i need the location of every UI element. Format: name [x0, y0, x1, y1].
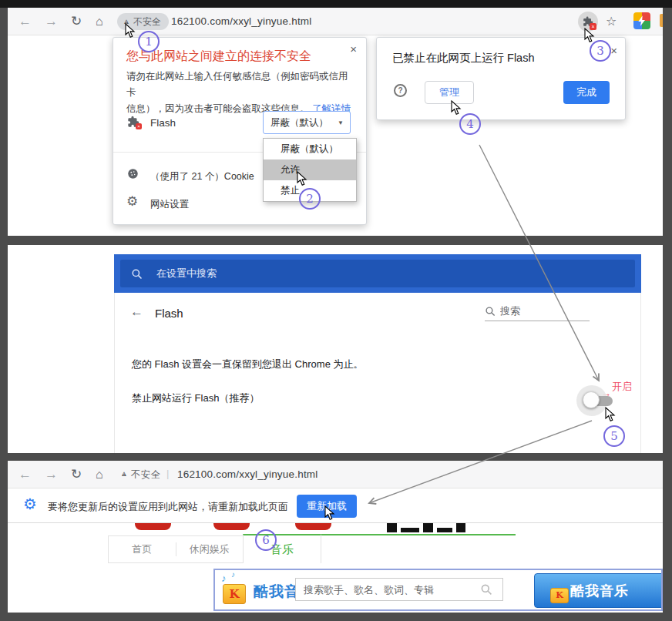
- browser-toolbar: ← → ↻ ⌂ ▲! 不安全 162100.com/xxyl_yinyue.ht…: [8, 8, 663, 35]
- close-icon[interactable]: ×: [610, 44, 617, 57]
- home-icon[interactable]: ⌂: [96, 466, 103, 483]
- search-icon[interactable]: [480, 583, 492, 596]
- settings-search-field[interactable]: 在设置中搜索: [120, 260, 635, 287]
- cookie-icon: [127, 168, 139, 180]
- gear-icon: ⚙: [23, 495, 37, 513]
- flash-blocked-popup: × 已禁止在此网页上运行 Flash ? 管理 完成: [376, 37, 626, 120]
- kuwo-logo-icon: ♪ K: [550, 582, 572, 605]
- kuwo-logo-icon: ♪ ♪ K: [223, 572, 249, 606]
- manage-button[interactable]: 管理: [425, 81, 474, 104]
- security-badge-label: 不安全: [133, 15, 161, 29]
- annotation-step-3: 3: [590, 40, 611, 62]
- music-note-icon: ♪: [231, 570, 235, 579]
- search-icon: [485, 306, 496, 317]
- security-badge-label: 不安全: [131, 468, 160, 482]
- select-value: 屏蔽（默认）: [270, 116, 328, 129]
- body-line1: 请勿在此网站上输入任何敏感信息（例如密码或信用卡: [126, 71, 348, 98]
- music-webpage: 首页 休闲娱乐 音乐 ♪ ♪ K 酷我音乐 ♪ K: [8, 523, 663, 613]
- extension-icon-partial[interactable]: [660, 14, 663, 27]
- annotation-step-2: 2: [299, 188, 321, 210]
- panel-flash-settings: 在设置中搜索 ← Flash 您的 Flash 设置会一直保留到您退出 Chro…: [8, 245, 663, 453]
- address-bar-url[interactable]: 162100.com/xxyl_yinyue.html: [177, 468, 318, 480]
- site-info-popup: × 您与此网站之间建立的连接不安全 请勿在此网站上输入任何敏感信息（例如密码或信…: [113, 37, 367, 225]
- bookmark-star-icon[interactable]: ☆: [606, 14, 617, 29]
- mouse-cursor: [451, 100, 462, 116]
- chevron-down-icon: ▼: [338, 119, 344, 126]
- site-settings-label[interactable]: 网站设置: [150, 198, 189, 211]
- settings-page-title: Flash: [155, 307, 183, 320]
- back-icon[interactable]: ←: [18, 13, 32, 30]
- tab-home[interactable]: 首页: [109, 542, 176, 556]
- infobar-message: 要将您更新后的设置应用到此网站，请重新加载此页面: [48, 500, 288, 514]
- mouse-cursor: [584, 28, 595, 43]
- reload-icon[interactable]: ↻: [71, 466, 82, 483]
- dropdown-option-allow[interactable]: 允许: [264, 159, 356, 180]
- back-icon[interactable]: ←: [18, 466, 32, 483]
- settings-search-bar: 在设置中搜索: [114, 254, 641, 293]
- done-button[interactable]: 完成: [563, 81, 610, 104]
- kuwo-music-button[interactable]: ♪ K 酷我音乐: [534, 573, 663, 608]
- red-button-partial: [295, 523, 331, 530]
- gear-icon: ⚙: [126, 193, 138, 210]
- red-button-partial: [135, 523, 171, 530]
- browser-toolbar: ← → ↻ ⌂ ▲! 不安全 | 162100.com/xxyl_yinyue.…: [8, 461, 663, 488]
- annotation-step-5: 5: [603, 425, 625, 447]
- cookie-row-label[interactable]: （使用了 21 个）Cookie: [150, 170, 254, 183]
- webpage-tab-bar: 首页 休闲娱乐: [108, 535, 244, 563]
- kuwo-music-panel: ♪ ♪ K 酷我音乐 ♪ K 酷我音乐: [213, 569, 663, 611]
- flash-helper-extension-icon[interactable]: [633, 12, 650, 29]
- flash-blocked-message: 已禁止在此网页上运行 Flash: [392, 51, 535, 65]
- close-icon[interactable]: ×: [350, 42, 357, 55]
- annotation-step-1: 1: [138, 31, 160, 52]
- settings-search-placeholder: 在设置中搜索: [156, 267, 217, 280]
- turn-on-hint: 开启: [612, 380, 632, 394]
- forward-icon[interactable]: →: [45, 13, 58, 30]
- mouse-cursor: [605, 407, 616, 422]
- dropdown-option-block-default[interactable]: 屏蔽（默认）: [264, 139, 356, 159]
- warning-icon: ▲!: [120, 470, 128, 478]
- settings-filter-input[interactable]: [500, 305, 577, 317]
- forward-icon[interactable]: →: [45, 466, 58, 483]
- tab-bar-accent-line: [321, 534, 516, 535]
- search-icon: [131, 268, 143, 280]
- kuwo-button-label: 酷我音乐: [570, 582, 629, 600]
- reload-icon[interactable]: ↻: [71, 13, 82, 30]
- tab-leisure[interactable]: 休闲娱乐: [176, 542, 244, 556]
- annotation-step-6: 6: [255, 529, 277, 551]
- annotation-step-4: 4: [459, 113, 481, 135]
- flash-permission-select[interactable]: 屏蔽（默认） ▼: [263, 111, 351, 134]
- panel-browser-top: ← → ↻ ⌂ ▲! 不安全 162100.com/xxyl_yinyue.ht…: [8, 8, 663, 236]
- partial-logo-text: [387, 523, 465, 532]
- music-note-icon: ♪: [549, 580, 553, 589]
- flash-row-label: Flash: [150, 117, 176, 129]
- lightning-icon: [636, 14, 648, 28]
- flash-puzzle-icon: ×: [127, 116, 139, 128]
- back-icon[interactable]: ←: [130, 304, 143, 320]
- flash-toggle-label: 禁止网站运行 Flash（推荐）: [132, 391, 259, 405]
- music-note-icon: ♪: [221, 572, 227, 584]
- home-icon[interactable]: ⌂: [96, 13, 103, 30]
- red-button-partial: [213, 523, 250, 530]
- mouse-cursor: [324, 505, 335, 521]
- tutorial-collage: ← → ↻ ⌂ ▲! 不安全 162100.com/xxyl_yinyue.ht…: [0, 0, 672, 621]
- mouse-cursor: [125, 23, 136, 39]
- panel-browser-bottom: ← → ↻ ⌂ ▲! 不安全 | 162100.com/xxyl_yinyue.…: [8, 461, 663, 613]
- blocked-badge-icon: ×: [136, 123, 142, 129]
- flash-persist-note: 您的 Flash 设置会一直保留到您退出 Chrome 为止。: [132, 357, 363, 371]
- connection-insecure-body: 请勿在此网站上输入任何敏感信息（例如密码或信用卡 信息），因为攻击者可能会盗取这…: [126, 69, 354, 117]
- kuwo-logo-letter: K: [223, 584, 246, 604]
- settings-filter-search[interactable]: [485, 305, 590, 321]
- kuwo-logo-letter: K: [550, 588, 569, 603]
- address-bar-url[interactable]: 162100.com/xxyl_yinyue.html: [171, 15, 312, 27]
- mouse-cursor: [297, 171, 307, 186]
- flash-toggle-knob[interactable]: [583, 391, 600, 408]
- frame-top-strip: [0, 0, 672, 8]
- kuwo-search-input[interactable]: [295, 578, 503, 601]
- url-separator: |: [166, 468, 169, 479]
- reload-infobar: ⚙ 要将您更新后的设置应用到此网站，请重新加载此页面 重新加载: [8, 489, 663, 523]
- settings-card: ← Flash 您的 Flash 设置会一直保留到您退出 Chrome 为止。 …: [114, 293, 641, 453]
- help-icon[interactable]: ?: [394, 84, 407, 97]
- connection-insecure-title: 您与此网站之间建立的连接不安全: [126, 49, 311, 65]
